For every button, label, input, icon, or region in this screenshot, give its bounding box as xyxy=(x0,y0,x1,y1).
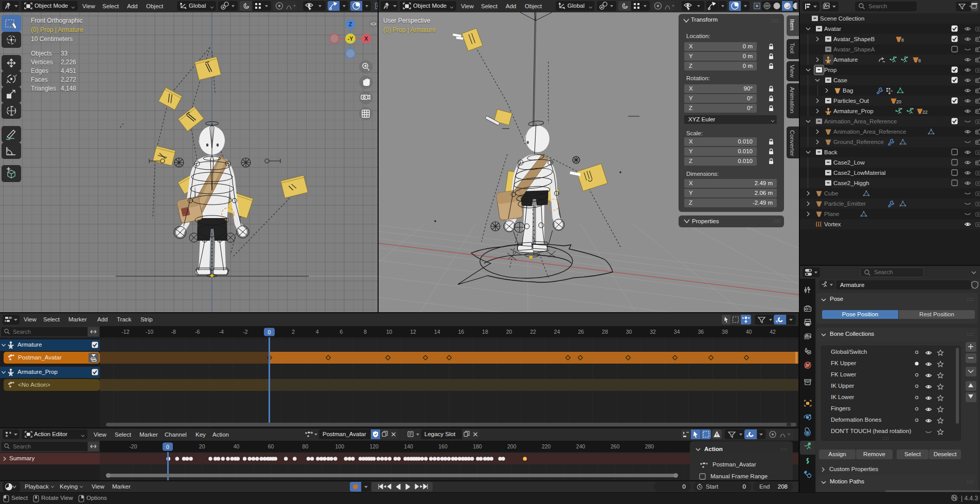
svg-text:32: 32 xyxy=(650,329,656,335)
svg-text:240: 240 xyxy=(576,443,585,449)
svg-text:10: 10 xyxy=(386,329,393,335)
svg-text:42: 42 xyxy=(770,329,776,335)
svg-text:160: 160 xyxy=(438,443,448,449)
svg-text:8: 8 xyxy=(364,329,367,335)
svg-text:-20: -20 xyxy=(129,443,137,449)
svg-text:0: 0 xyxy=(166,444,169,450)
svg-text:30: 30 xyxy=(626,329,632,335)
svg-text:14: 14 xyxy=(434,329,440,335)
svg-text:26: 26 xyxy=(578,329,584,335)
svg-text:280: 280 xyxy=(645,443,654,449)
svg-text:24: 24 xyxy=(554,329,560,335)
svg-text:100: 100 xyxy=(335,443,345,449)
svg-text:-8: -8 xyxy=(171,329,175,335)
svg-text:-2: -2 xyxy=(243,329,247,335)
svg-text:36: 36 xyxy=(698,329,704,335)
svg-text:220: 220 xyxy=(542,443,551,449)
svg-text:28: 28 xyxy=(602,329,608,335)
svg-text:80: 80 xyxy=(302,443,309,449)
svg-text:40: 40 xyxy=(234,443,240,449)
svg-text:38: 38 xyxy=(722,329,728,335)
svg-text:16: 16 xyxy=(458,329,464,335)
svg-text:20: 20 xyxy=(199,443,205,449)
svg-text:40: 40 xyxy=(746,329,752,335)
svg-text:20: 20 xyxy=(506,329,512,335)
svg-text:22: 22 xyxy=(530,329,536,335)
svg-text:18: 18 xyxy=(482,329,488,335)
svg-text:-Y: -Y xyxy=(348,35,354,42)
svg-text:60: 60 xyxy=(268,443,274,449)
svg-text:200: 200 xyxy=(507,443,516,449)
svg-text:34: 34 xyxy=(674,329,680,335)
svg-text:6: 6 xyxy=(340,329,343,335)
svg-text:180: 180 xyxy=(473,443,482,449)
svg-text:-4: -4 xyxy=(219,329,224,335)
svg-text:4: 4 xyxy=(316,329,319,335)
svg-text:140: 140 xyxy=(404,443,413,449)
svg-text:120: 120 xyxy=(369,443,379,449)
svg-text:2: 2 xyxy=(292,329,295,335)
svg-text:Z: Z xyxy=(349,21,352,27)
svg-text:-6: -6 xyxy=(195,329,200,335)
svg-text:0: 0 xyxy=(268,329,271,335)
svg-text:-12: -12 xyxy=(121,329,129,335)
svg-text:X: X xyxy=(364,35,368,42)
svg-text:-10: -10 xyxy=(146,329,153,335)
svg-text:<>: <> xyxy=(370,21,377,27)
svg-text:260: 260 xyxy=(611,443,620,449)
svg-text:12: 12 xyxy=(410,329,416,335)
